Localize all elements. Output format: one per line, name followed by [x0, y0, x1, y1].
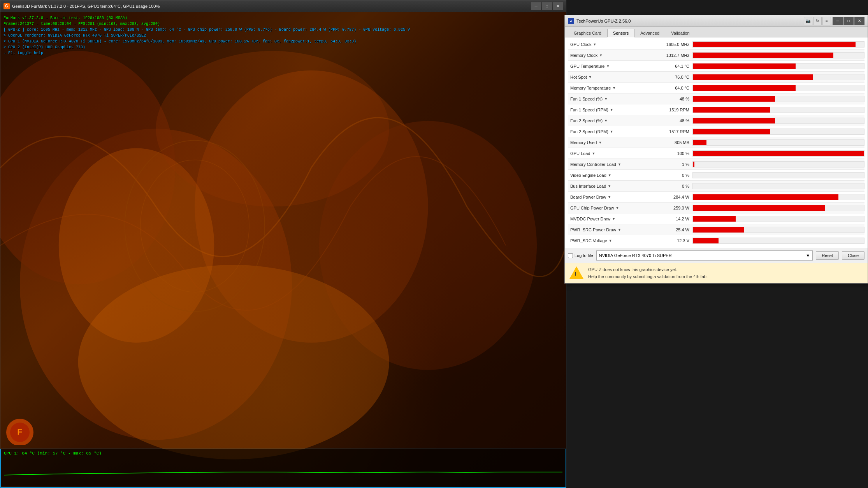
furmark-window: G Geeks3D FurMark v1.37.2.0 - 201FPS, GP…	[0, 0, 566, 488]
sensor-dropdown-1[interactable]: ▼	[599, 53, 607, 57]
sensor-bar-container-2	[692, 63, 864, 69]
sensor-row-18: PWR_SRC Voltage▼12.3 V	[568, 235, 864, 246]
refresh-icon[interactable]: ↻	[813, 17, 822, 25]
reset-button[interactable]: Reset	[816, 251, 839, 260]
sensor-bar-0	[693, 42, 856, 47]
sensor-value-10: 100 %	[654, 151, 692, 156]
sensor-bar-2	[693, 63, 796, 69]
sensor-bar-container-17	[692, 227, 864, 233]
sensor-value-14: 284.4 W	[654, 195, 692, 199]
sensor-bar-container-1	[692, 52, 864, 58]
warning-line1: GPU-Z does not know this graphics device…	[588, 266, 708, 273]
sensor-bar-container-9	[692, 139, 864, 146]
sensor-dropdown-0[interactable]: ▼	[593, 42, 601, 46]
sensor-value-0: 1605.0 MHz	[654, 42, 692, 47]
sensor-value-16: 14.2 W	[654, 217, 692, 221]
sensor-bar-5	[693, 96, 775, 102]
sensor-bar-container-14	[692, 194, 864, 200]
log-to-file-checkbox[interactable]	[568, 253, 573, 258]
sensor-dropdown-5[interactable]: ▼	[604, 97, 612, 101]
warning-text: GPU-Z does not know this graphics device…	[588, 266, 708, 280]
gpu-selector[interactable]: NVIDIA GeForce RTX 4070 Ti SUPER ▼	[596, 250, 813, 261]
selected-gpu-label: NVIDIA GeForce RTX 4070 Ti SUPER	[599, 253, 672, 258]
furmark-line3: [ GPU-Z ] core: 1605 MHz - mem: 1312 MHz…	[4, 27, 410, 33]
sensor-value-8: 1517 RPM	[654, 129, 692, 134]
sensor-dropdown-2[interactable]: ▼	[606, 64, 614, 68]
sensor-dropdown-10[interactable]: ▼	[592, 152, 599, 155]
sensor-dropdown-15[interactable]: ▼	[615, 206, 623, 210]
log-to-file-area: Log to file	[568, 253, 593, 258]
sensor-dropdown-9[interactable]: ▼	[598, 141, 606, 144]
gpuz-minimize-button[interactable]: ─	[833, 17, 843, 25]
sensor-dropdown-8[interactable]: ▼	[610, 130, 618, 134]
sensor-dropdown-3[interactable]: ▼	[589, 75, 596, 79]
sensor-bar-container-15	[692, 205, 864, 211]
sensor-name-1: Memory Clock▼	[568, 53, 654, 58]
furmark-maximize-button[interactable]: □	[542, 2, 552, 10]
sensor-name-11: Memory Controller Load▼	[568, 162, 654, 167]
furmark-line4: > OpenGL renderer: NVIDIA GeForce RTX 40…	[4, 33, 410, 39]
close-button[interactable]: Close	[842, 251, 864, 260]
sensor-name-9: Memory Used▼	[568, 140, 654, 145]
sensor-bar-container-10	[692, 150, 864, 157]
tab-graphics-card[interactable]: Graphics Card	[568, 29, 607, 37]
svg-point-7	[156, 51, 389, 206]
sensor-bar-container-5	[692, 96, 864, 102]
sensor-bar-17	[693, 227, 744, 233]
sensor-name-14: Board Power Draw▼	[568, 195, 654, 199]
camera-icon[interactable]: 📷	[804, 17, 812, 25]
sensor-dropdown-6[interactable]: ▼	[610, 108, 618, 112]
gpuz-title: TechPowerUp GPU-Z 2.56.0	[576, 19, 804, 23]
sensor-bar-3	[693, 74, 813, 80]
gpuz-warning-banner: GPU-Z does not know this graphics device…	[565, 263, 868, 283]
sensor-name-7: Fan 2 Speed (%)▼	[568, 118, 654, 123]
svg-text:F: F	[17, 427, 22, 437]
furmark-title: Geeks3D FurMark v1.37.2.0 - 201FPS, GPU1…	[12, 4, 531, 9]
sensor-value-15: 259.0 W	[654, 206, 692, 210]
sensor-dropdown-16[interactable]: ▼	[612, 217, 620, 221]
furmark-icon: G	[4, 3, 10, 9]
sensor-dropdown-17[interactable]: ▼	[618, 228, 626, 232]
gpuz-close-button[interactable]: ✕	[854, 17, 864, 25]
sensor-name-13: Bus Interface Load▼	[568, 184, 654, 189]
sensor-dropdown-13[interactable]: ▼	[608, 184, 615, 188]
gpuz-window: Z TechPowerUp GPU-Z 2.56.0 📷 ↻ ≡ ─ □ ✕ G…	[564, 15, 868, 284]
menu-icon[interactable]: ≡	[822, 17, 831, 25]
furmark-overlay: FurMark v1.37.2.0 - Burn-in test, 1920x1…	[4, 15, 410, 56]
sensor-name-17: PWR_SRC Power Draw▼	[568, 227, 654, 232]
furmark-minimize-button[interactable]: ─	[531, 2, 541, 10]
sensor-bar-7	[693, 118, 775, 123]
tab-validation[interactable]: Validation	[665, 29, 696, 37]
sensor-dropdown-4[interactable]: ▼	[612, 86, 620, 90]
sensor-bar-container-7	[692, 118, 864, 124]
sensor-dropdown-18[interactable]: ▼	[609, 239, 617, 243]
tab-advanced[interactable]: Advanced	[634, 29, 665, 37]
gpuz-win-controls[interactable]: ─ □ ✕	[833, 17, 864, 25]
sensor-name-5: Fan 1 Speed (%)▼	[568, 97, 654, 101]
sensor-bar-container-3	[692, 74, 864, 80]
sensor-name-8: Fan 2 Speed (RPM)▼	[568, 129, 654, 134]
sensor-dropdown-11[interactable]: ▼	[618, 162, 626, 166]
sensor-bar-18	[693, 238, 719, 243]
sensor-dropdown-14[interactable]: ▼	[608, 195, 615, 199]
gpuz-maximize-button[interactable]: □	[843, 17, 854, 25]
sensor-bar-9	[693, 140, 706, 145]
furmark-line5: > GPU 1 (NVIDIA GeForce RTX 4070 Ti SUPE…	[4, 39, 410, 44]
sensor-name-4: Memory Temperature▼	[568, 86, 654, 90]
sensor-row-12: Video Engine Load▼0 %	[568, 170, 864, 181]
sensor-row-1: Memory Clock▼1312.7 MHz	[568, 50, 864, 61]
warning-icon	[569, 266, 583, 279]
furmark-close-button[interactable]: ✕	[553, 2, 563, 10]
sensor-name-3: Hot Spot▼	[568, 75, 654, 79]
furmark-controls[interactable]: ─ □ ✕	[531, 2, 563, 10]
tab-sensors[interactable]: Sensors	[607, 29, 634, 37]
gpuz-tab-bar: Graphics Card Sensors Advanced Validatio…	[565, 27, 868, 37]
sensor-dropdown-12[interactable]: ▼	[608, 173, 616, 177]
sensor-dropdown-7[interactable]: ▼	[604, 119, 612, 123]
sensor-row-6: Fan 1 Speed (RPM)▼1519 RPM	[568, 104, 864, 115]
sensor-bar-container-0	[692, 41, 864, 48]
sensor-bar-container-8	[692, 129, 864, 135]
sensor-name-15: GPU Chip Power Draw▼	[568, 206, 654, 210]
furmark-line1: FurMark v1.37.2.0 - Burn-in test, 1920x1…	[4, 15, 410, 21]
sensor-value-4: 64.0 °C	[654, 86, 692, 90]
